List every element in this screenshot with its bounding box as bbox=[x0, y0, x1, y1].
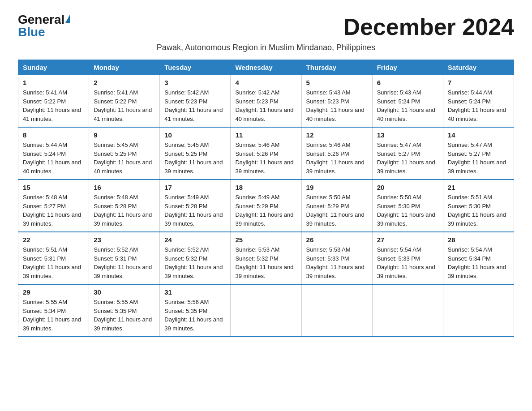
header-monday: Monday bbox=[89, 60, 160, 75]
day-info: Sunrise: 5:54 AMSunset: 5:33 PMDaylight:… bbox=[377, 245, 438, 280]
day-number: 11 bbox=[235, 131, 296, 139]
day-number: 14 bbox=[448, 131, 509, 139]
day-info: Sunrise: 5:55 AMSunset: 5:35 PMDaylight:… bbox=[94, 298, 155, 333]
calendar-cell: 18 Sunrise: 5:49 AMSunset: 5:29 PMDaylig… bbox=[231, 180, 301, 232]
day-number: 19 bbox=[306, 184, 368, 191]
day-number: 2 bbox=[94, 79, 155, 86]
day-number: 22 bbox=[23, 236, 84, 244]
calendar-cell: 11 Sunrise: 5:46 AMSunset: 5:26 PMDaylig… bbox=[231, 127, 301, 180]
day-number: 15 bbox=[23, 184, 84, 191]
header-saturday: Saturday bbox=[443, 60, 514, 75]
day-number: 16 bbox=[94, 184, 155, 191]
logo-triangle-icon bbox=[65, 15, 70, 23]
day-number: 24 bbox=[164, 236, 226, 244]
calendar-cell: 5 Sunrise: 5:43 AMSunset: 5:23 PMDayligh… bbox=[301, 75, 372, 128]
day-number: 30 bbox=[94, 288, 155, 296]
calendar-week-row: 8 Sunrise: 5:44 AMSunset: 5:24 PMDayligh… bbox=[18, 127, 514, 180]
header-friday: Friday bbox=[372, 60, 443, 75]
logo: General Blue bbox=[18, 13, 70, 39]
day-info: Sunrise: 5:49 AMSunset: 5:29 PMDaylight:… bbox=[235, 193, 296, 228]
calendar-cell: 14 Sunrise: 5:47 AMSunset: 5:27 PMDaylig… bbox=[443, 127, 514, 180]
day-info: Sunrise: 5:51 AMSunset: 5:31 PMDaylight:… bbox=[23, 245, 84, 280]
day-info: Sunrise: 5:53 AMSunset: 5:33 PMDaylight:… bbox=[306, 245, 368, 280]
calendar-cell: 6 Sunrise: 5:43 AMSunset: 5:24 PMDayligh… bbox=[372, 75, 443, 128]
day-info: Sunrise: 5:43 AMSunset: 5:23 PMDaylight:… bbox=[306, 88, 368, 123]
day-number: 7 bbox=[448, 79, 509, 86]
day-info: Sunrise: 5:51 AMSunset: 5:30 PMDaylight:… bbox=[448, 193, 509, 228]
calendar-cell: 4 Sunrise: 5:42 AMSunset: 5:23 PMDayligh… bbox=[231, 75, 301, 128]
day-info: Sunrise: 5:55 AMSunset: 5:34 PMDaylight:… bbox=[23, 298, 84, 333]
calendar-week-row: 22 Sunrise: 5:51 AMSunset: 5:31 PMDaylig… bbox=[18, 232, 514, 284]
day-info: Sunrise: 5:47 AMSunset: 5:27 PMDaylight:… bbox=[377, 141, 438, 176]
day-number: 28 bbox=[448, 236, 509, 244]
day-number: 6 bbox=[377, 79, 438, 86]
day-number: 25 bbox=[235, 236, 296, 244]
calendar-cell bbox=[443, 284, 514, 337]
day-info: Sunrise: 5:43 AMSunset: 5:24 PMDaylight:… bbox=[377, 88, 438, 123]
day-number: 29 bbox=[23, 288, 84, 296]
day-info: Sunrise: 5:44 AMSunset: 5:24 PMDaylight:… bbox=[23, 141, 84, 176]
day-number: 21 bbox=[448, 184, 509, 191]
day-info: Sunrise: 5:47 AMSunset: 5:27 PMDaylight:… bbox=[448, 141, 509, 176]
day-info: Sunrise: 5:53 AMSunset: 5:32 PMDaylight:… bbox=[235, 245, 296, 280]
day-number: 13 bbox=[377, 131, 438, 139]
calendar-cell: 8 Sunrise: 5:44 AMSunset: 5:24 PMDayligh… bbox=[18, 127, 89, 180]
calendar-cell: 2 Sunrise: 5:41 AMSunset: 5:22 PMDayligh… bbox=[89, 75, 160, 128]
calendar-cell: 25 Sunrise: 5:53 AMSunset: 5:32 PMDaylig… bbox=[231, 232, 301, 284]
calendar-cell: 12 Sunrise: 5:46 AMSunset: 5:26 PMDaylig… bbox=[301, 127, 372, 180]
day-number: 18 bbox=[235, 184, 296, 191]
calendar-cell: 22 Sunrise: 5:51 AMSunset: 5:31 PMDaylig… bbox=[18, 232, 89, 284]
calendar-header-row: SundayMondayTuesdayWednesdayThursdayFrid… bbox=[18, 60, 514, 75]
calendar-cell bbox=[231, 284, 301, 337]
header-wednesday: Wednesday bbox=[231, 60, 301, 75]
calendar-cell: 23 Sunrise: 5:52 AMSunset: 5:31 PMDaylig… bbox=[89, 232, 160, 284]
day-number: 17 bbox=[164, 184, 226, 191]
calendar-cell: 15 Sunrise: 5:48 AMSunset: 5:27 PMDaylig… bbox=[18, 180, 89, 232]
calendar-week-row: 15 Sunrise: 5:48 AMSunset: 5:27 PMDaylig… bbox=[18, 180, 514, 232]
calendar-cell: 28 Sunrise: 5:54 AMSunset: 5:34 PMDaylig… bbox=[443, 232, 514, 284]
day-number: 23 bbox=[94, 236, 155, 244]
day-info: Sunrise: 5:52 AMSunset: 5:31 PMDaylight:… bbox=[94, 245, 155, 280]
calendar-cell bbox=[372, 284, 443, 337]
day-info: Sunrise: 5:49 AMSunset: 5:28 PMDaylight:… bbox=[164, 193, 226, 228]
calendar-cell: 3 Sunrise: 5:42 AMSunset: 5:23 PMDayligh… bbox=[160, 75, 231, 128]
page-header: General Blue December 2024 bbox=[18, 13, 514, 40]
location-subtitle: Pawak, Autonomous Region in Muslim Minda… bbox=[18, 43, 514, 52]
day-info: Sunrise: 5:48 AMSunset: 5:27 PMDaylight:… bbox=[23, 193, 84, 228]
day-info: Sunrise: 5:45 AMSunset: 5:25 PMDaylight:… bbox=[164, 141, 226, 176]
calendar-cell: 19 Sunrise: 5:50 AMSunset: 5:29 PMDaylig… bbox=[301, 180, 372, 232]
day-number: 20 bbox=[377, 184, 438, 191]
calendar-cell: 7 Sunrise: 5:44 AMSunset: 5:24 PMDayligh… bbox=[443, 75, 514, 128]
day-number: 5 bbox=[306, 79, 368, 86]
header-thursday: Thursday bbox=[301, 60, 372, 75]
calendar-cell: 29 Sunrise: 5:55 AMSunset: 5:34 PMDaylig… bbox=[18, 284, 89, 337]
logo-blue-text: Blue bbox=[18, 26, 45, 39]
day-info: Sunrise: 5:50 AMSunset: 5:30 PMDaylight:… bbox=[377, 193, 438, 228]
day-number: 10 bbox=[164, 131, 226, 139]
calendar-cell: 30 Sunrise: 5:55 AMSunset: 5:35 PMDaylig… bbox=[89, 284, 160, 337]
day-info: Sunrise: 5:45 AMSunset: 5:25 PMDaylight:… bbox=[94, 141, 155, 176]
header-tuesday: Tuesday bbox=[160, 60, 231, 75]
day-info: Sunrise: 5:41 AMSunset: 5:22 PMDaylight:… bbox=[94, 88, 155, 123]
day-number: 27 bbox=[377, 236, 438, 244]
calendar-cell: 31 Sunrise: 5:56 AMSunset: 5:35 PMDaylig… bbox=[160, 284, 231, 337]
day-info: Sunrise: 5:48 AMSunset: 5:28 PMDaylight:… bbox=[94, 193, 155, 228]
calendar-cell: 10 Sunrise: 5:45 AMSunset: 5:25 PMDaylig… bbox=[160, 127, 231, 180]
day-info: Sunrise: 5:56 AMSunset: 5:35 PMDaylight:… bbox=[164, 298, 226, 333]
logo-general-text: General bbox=[18, 13, 64, 26]
header-sunday: Sunday bbox=[18, 60, 89, 75]
calendar-cell: 26 Sunrise: 5:53 AMSunset: 5:33 PMDaylig… bbox=[301, 232, 372, 284]
day-info: Sunrise: 5:46 AMSunset: 5:26 PMDaylight:… bbox=[306, 141, 368, 176]
calendar-cell bbox=[301, 284, 372, 337]
calendar-table: SundayMondayTuesdayWednesdayThursdayFrid… bbox=[18, 60, 514, 337]
day-info: Sunrise: 5:42 AMSunset: 5:23 PMDaylight:… bbox=[235, 88, 296, 123]
calendar-cell: 9 Sunrise: 5:45 AMSunset: 5:25 PMDayligh… bbox=[89, 127, 160, 180]
calendar-cell: 24 Sunrise: 5:52 AMSunset: 5:32 PMDaylig… bbox=[160, 232, 231, 284]
day-number: 3 bbox=[164, 79, 226, 86]
day-number: 4 bbox=[235, 79, 296, 86]
day-number: 12 bbox=[306, 131, 368, 139]
month-title: December 2024 bbox=[343, 13, 514, 40]
day-info: Sunrise: 5:46 AMSunset: 5:26 PMDaylight:… bbox=[235, 141, 296, 176]
day-number: 31 bbox=[164, 288, 226, 296]
day-number: 1 bbox=[23, 79, 84, 86]
